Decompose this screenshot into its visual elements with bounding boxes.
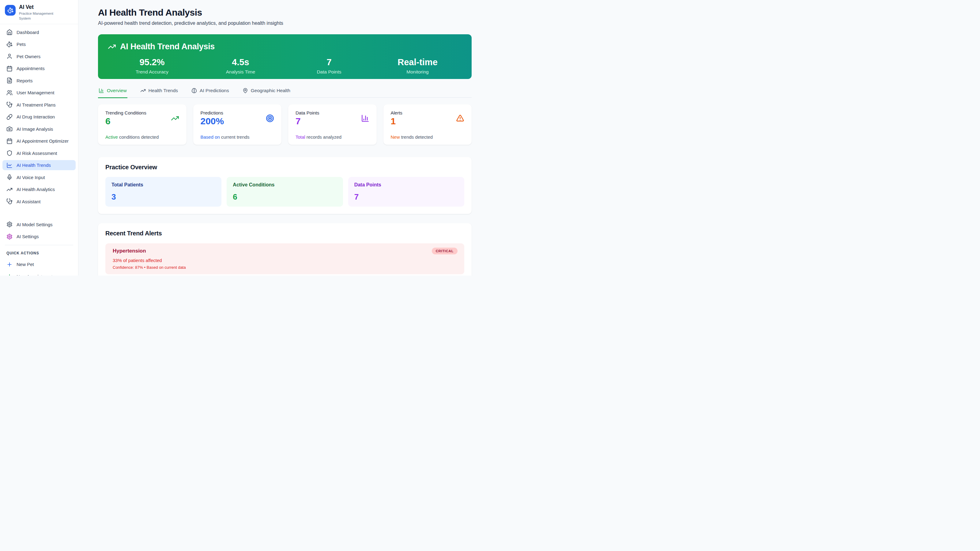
app-logo-block: AI Vet Practice Management System [0,0,78,24]
sidebar: AI Vet Practice Management System Dashbo… [0,0,78,275]
file-text-icon [6,78,13,84]
camera-icon [6,126,13,132]
stat-value: Real-time [373,57,462,67]
stat-value: 4.5s [196,57,285,67]
sidebar-item-ai-voice-input[interactable]: AI Voice Input [2,172,76,183]
trending-up-icon [6,186,13,192]
sidebar-item-ai-drug-interaction[interactable]: AI Drug Interaction [2,112,76,122]
gear-icon [6,233,13,240]
sidebar-item-label: AI Risk Assessment [16,151,57,156]
stat-label: Data Points [285,69,373,75]
tab-ai-predictions[interactable]: AI Predictions [191,87,230,97]
sidebar-item-label: User Management [16,90,54,95]
stat-label: Monitoring [373,69,462,75]
page-title: AI Health Trend Analysis [98,7,472,18]
sidebar-item-label: AI Appointment Optimizer [16,138,68,144]
line-chart-icon [6,162,13,168]
sidebar-item-label: AI Drug Interaction [16,114,55,119]
card-value: 7 [296,116,320,126]
stat-label: Trend Accuracy [108,69,196,75]
stethoscope-icon [6,198,13,205]
sidebar-item-label: Pets [16,41,26,47]
tab-label: Health Trends [148,88,178,94]
app-subtitle: Practice Management System [19,11,59,21]
trending-up-icon [108,43,116,51]
sidebar-item-ai-health-analytics[interactable]: AI Health Analytics [2,184,76,194]
paw-icon [6,41,13,48]
card-label: Alerts [391,110,402,115]
sidebar-nav: Dashboard Pets Pet Owners Appointments R… [0,24,78,275]
sidebar-item-dashboard[interactable]: Dashboard [2,27,76,37]
sidebar-item-label: Pet Owners [16,54,40,59]
card-predictions: Predictions 200% Based on current trends [193,105,282,145]
card-footer: Based on current trends [200,134,274,140]
sidebar-item-pet-owners[interactable]: Pet Owners [2,51,76,62]
trending-up-icon [140,88,146,94]
sidebar-item-ai-health-trends[interactable]: AI Health Trends [2,160,76,170]
trending-up-icon [171,114,179,122]
overview-box-value: 6 [233,192,337,202]
tab-geographic-health[interactable]: Geographic Health [242,87,291,97]
sidebar-item-ai-assistant[interactable]: AI Assistant [2,197,76,206]
trend-analysis-banner: AI Health Trend Analysis 95.2% Trend Acc… [98,34,472,79]
sidebar-item-reports[interactable]: Reports [2,76,76,86]
practice-overview-panel: Practice Overview Total Patients 3 Activ… [98,157,472,214]
tab-health-trends[interactable]: Health Trends [140,87,179,97]
severity-badge: CRITICAL [432,248,458,254]
card-trending-conditions: Trending Conditions 6 Active conditions … [98,105,186,145]
banner-stat-monitoring: Real-time Monitoring [373,57,462,75]
card-alerts: Alerts 1 New trends detected [383,105,472,145]
banner-stat-analysis-time: 4.5s Analysis Time [196,57,285,75]
sidebar-item-ai-risk-assessment[interactable]: AI Risk Assessment [2,148,76,158]
sidebar-item-label: AI Treatment Plans [16,102,56,108]
target-icon [266,114,274,122]
sidebar-item-appointments[interactable]: Appointments [2,64,76,73]
trend-alert-hypertension: Hypertension 33% of patients affected Co… [105,243,464,274]
banner-title: AI Health Trend Analysis [120,42,215,51]
overview-box-label: Data Points [354,182,458,187]
card-value: 1 [391,116,402,126]
sidebar-item-label: AI Image Analysis [16,126,53,132]
main-content: AI Health Trend Analysis AI-powered heal… [78,0,490,275]
sidebar-item-label: AI Voice Input [16,175,45,180]
shield-icon [6,150,13,156]
tab-label: Overview [107,88,127,94]
users-icon [6,90,13,96]
sidebar-item-ai-treatment-plans[interactable]: AI Treatment Plans [2,100,76,110]
plus-icon [6,261,13,268]
sidebar-item-pets[interactable]: Pets [2,39,76,49]
quick-action-label: New Appointment [16,274,52,275]
pill-icon [6,114,13,120]
overview-box-value: 7 [354,192,458,202]
overview-box-label: Active Conditions [233,182,337,187]
stat-value: 7 [285,57,373,67]
sidebar-item-label: AI Settings [16,234,39,239]
panel-title: Recent Trend Alerts [105,230,464,237]
overview-box-label: Total Patients [111,182,215,187]
card-label: Predictions [200,110,224,115]
calendar-icon [6,138,13,144]
alert-confidence: Confidence: 87% • Based on current data [113,265,457,270]
panel-title: Practice Overview [105,164,464,171]
mic-icon [6,174,13,180]
tab-label: Geographic Health [251,88,290,94]
sidebar-item-ai-image-analysis[interactable]: AI Image Analysis [2,124,76,134]
sidebar-item-ai-settings[interactable]: AI Settings [2,232,76,241]
sidebar-item-user-management[interactable]: User Management [2,87,76,98]
sidebar-item-ai-model-settings[interactable]: AI Model Settings [2,219,76,230]
card-footer: Total records analyzed [296,134,369,140]
quick-actions-heading: QUICK ACTIONS [2,245,76,259]
quick-action-new-appointment[interactable]: New Appointment [2,272,76,275]
user-icon [6,53,13,59]
paw-logo-icon [5,5,16,16]
overview-box-data-points: Data Points 7 [348,177,464,206]
quick-action-new-pet[interactable]: New Pet [2,259,76,269]
stethoscope-icon [6,102,13,108]
tab-bar: Overview Health Trends AI Predictions Ge… [98,87,472,98]
app-name: AI Vet [19,4,59,10]
alert-affected: 33% of patients affected [113,258,457,263]
sidebar-item-ai-appointment-optimizer[interactable]: AI Appointment Optimizer [2,136,76,146]
banner-stat-data-points: 7 Data Points [285,57,373,75]
tab-overview[interactable]: Overview [98,87,127,97]
calendar-icon [6,65,13,71]
